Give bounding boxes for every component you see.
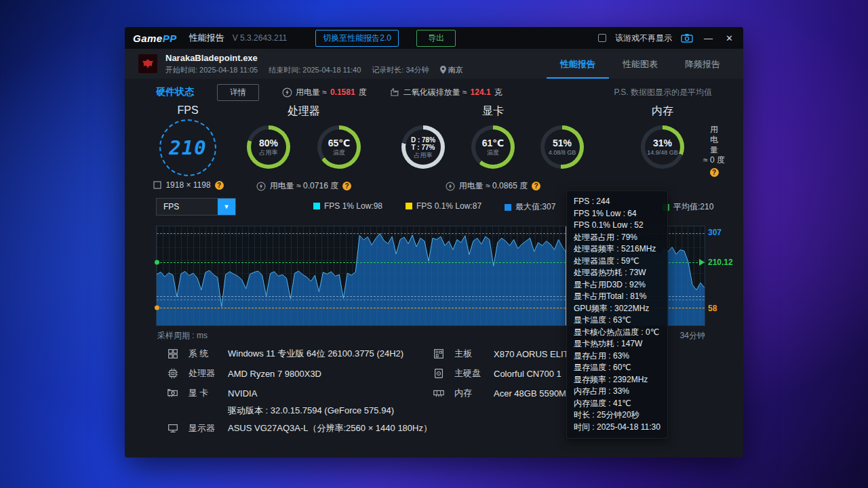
dropdown-caret-icon[interactable]: ▼: [218, 199, 235, 215]
gamepp-window: GamePP 性能报告 V 5.3.2643.211 切换至性能报告2.0 导出…: [125, 27, 743, 458]
tooltip-line: 显卡热功耗 : 147W: [574, 338, 660, 350]
chart-axis-labels: 307210.1258: [708, 226, 742, 326]
motherboard-icon: [431, 348, 446, 360]
y-axis-label: 210.12: [708, 258, 733, 267]
report-tabs: 性能报告 性能图表 降频报告: [547, 50, 734, 79]
os-icon: [165, 348, 180, 360]
gamepp-logo: GamePP: [133, 33, 177, 44]
hardware-status-row: 硬件状态 详情 用电量 ≈ 0.1581 度 二氧化碳排放量 ≈ 124.1 克…: [125, 83, 743, 102]
power-usage-icon: [282, 87, 292, 98]
power-usage-unit: 度: [359, 87, 367, 98]
switch-report-button[interactable]: 切换至性能报告2.0: [315, 30, 399, 47]
disk-row: 主硬盘 Colorful CN700 1: [431, 367, 561, 380]
screenshot-camera-icon[interactable]: [681, 33, 693, 43]
legend-item[interactable]: 最大值:307: [505, 201, 555, 213]
tab-performance-report[interactable]: 性能报告: [547, 50, 609, 79]
sampling-period-label: 采样周期 : ms: [157, 330, 208, 342]
tooltip-line: 显存频率 : 2392MHz: [574, 374, 660, 386]
start-time: 开始时间: 2025-04-18 11:05: [165, 65, 258, 75]
desktop: GamePP 性能报告 V 5.3.2643.211 切换至性能报告2.0 导出…: [0, 0, 868, 488]
legend-label: FPS 0.1% Low:87: [416, 201, 481, 211]
average-data-note: P.S. 数据图显示的是平均值: [614, 87, 712, 98]
tab-throttle-report[interactable]: 降频报告: [671, 50, 734, 79]
legend-label: 最大值:307: [515, 201, 555, 213]
titlebar: GamePP 性能报告 V 5.3.2643.211 切换至性能报告2.0 导出…: [125, 27, 743, 49]
cpu-icon: [165, 367, 180, 380]
resolution-help-icon[interactable]: ?: [215, 181, 224, 190]
tooltip-line: 处理器热功耗 : 73W: [574, 267, 660, 279]
gpu-vram-gauge: 51%4.08/8 GB: [540, 125, 584, 169]
close-button[interactable]: ✕: [724, 33, 735, 43]
cpu-row: 处理器 AMD Ryzen 7 9800X3D: [165, 367, 321, 380]
ram-row: 内存 Acer 48GB 5590M: [431, 386, 566, 400]
tooltip-line: FPS 1% Low : 64: [574, 208, 660, 220]
tooltip-line: 显卡占用D3D : 92%: [574, 279, 660, 291]
chart-tooltip: FPS : 244FPS 1% Low : 64FPS 0.1% Low : 5…: [566, 190, 668, 439]
tooltip-line: 处理器频率 : 5216MHz: [574, 243, 660, 256]
tooltip-line: FPS 0.1% Low : 52: [574, 220, 660, 232]
game-exe-name: NarakaBladepoint.exe: [165, 53, 463, 63]
cpu-temp-gauge: 65℃温度: [317, 125, 361, 169]
motherboard-row: 主板 X870 AORUS ELIT: [431, 347, 569, 361]
legend-item[interactable]: 平均值:210: [663, 201, 713, 213]
gpu-power-row: 用电量 ≈ 0.0865 度 ?: [421, 180, 565, 192]
tooltip-line: 内存占用 : 33%: [574, 386, 660, 398]
mem-section-title: 内存: [652, 104, 673, 119]
gpu-power-help-icon[interactable]: ?: [532, 182, 540, 190]
tooltip-line: 显存温度 : 60℃: [574, 362, 660, 374]
cpu-power-help-icon[interactable]: ?: [342, 182, 351, 190]
gauges-section: FPS 处理器 显卡 内存 210 80%占用率 65℃温度 D : 78%T …: [125, 103, 743, 199]
legend-label: FPS 1% Low:98: [324, 201, 382, 211]
chart-duration-label: 34分钟: [674, 330, 705, 342]
gpu-row: 显 卡 NVIDIA: [165, 386, 257, 400]
tooltip-line: GPU频率 : 3022MHz: [574, 303, 660, 315]
os-row: 系 统 Windows 11 专业版 64位 26100.3775 (24H2): [165, 347, 403, 361]
chart-marker-dot: [155, 306, 159, 310]
disk-icon: [431, 367, 446, 380]
fps-resolution: 1918 × 1198: [165, 180, 210, 190]
version-label: V 5.3.2643.211: [233, 33, 288, 43]
gpu-temp-gauge: 61℃温度: [471, 125, 515, 169]
cpu-section-title: 处理器: [288, 104, 320, 119]
tooltip-line: 处理器温度 : 59℃: [574, 256, 660, 268]
co2-emission-icon: [390, 87, 400, 97]
tooltip-line: 显卡占用Total : 81%: [574, 291, 660, 303]
details-button[interactable]: 详情: [217, 84, 259, 101]
window-title: 性能报告: [189, 32, 224, 44]
legend-swatch: [505, 204, 511, 211]
cpu-power-icon: [256, 182, 266, 191]
record-duration: 记录时长: 34分钟: [372, 65, 429, 75]
monitor-icon: [165, 422, 180, 434]
legend-label: 平均值:210: [673, 201, 713, 213]
co2-emission-value: 124.1: [471, 87, 491, 97]
tooltip-line: 内存温度 : 41℃: [574, 398, 660, 410]
tab-performance-chart[interactable]: 性能图表: [609, 50, 671, 79]
cpu-power-label: 用电量 ≈ 0.0716 度: [270, 180, 338, 192]
mem-power-column: 用 电 量 ≈ 0 度 ?: [701, 125, 727, 178]
co2-emission-unit: 克: [494, 87, 502, 98]
tooltip-line: FPS : 244: [574, 196, 660, 208]
end-time: 结束时间: 2025-04-18 11:40: [269, 65, 361, 75]
mem-power-help-icon[interactable]: ?: [710, 168, 719, 177]
gpu-icon: [165, 387, 180, 399]
co2-emission-prefix: 二氧化碳排放量 ≈: [403, 87, 467, 98]
cpu-usage-gauge: 80%占用率: [247, 125, 290, 169]
metric-dropdown[interactable]: FPS ▼: [156, 198, 236, 216]
power-usage-prefix: 用电量 ≈: [296, 87, 327, 98]
resolution-icon: [153, 181, 161, 189]
dont-show-label: 该游戏不再显示: [615, 33, 672, 44]
metric-dropdown-value: FPS: [157, 202, 218, 211]
gpu-power-icon: [446, 182, 455, 191]
minimize-button[interactable]: —: [702, 33, 715, 43]
tooltip-line: 显卡核心热点温度 : 0℃: [574, 327, 660, 339]
gpu-driver-row: 驱动版本 : 32.0.15.7594 (GeForce 575.94): [165, 404, 394, 418]
export-button[interactable]: 导出: [416, 30, 456, 47]
gpu-usage-gauge: D : 78%T : 77%占用率: [401, 125, 445, 169]
dont-show-checkbox[interactable]: [598, 34, 606, 42]
chart-marker-dot: [155, 260, 159, 265]
legend-item[interactable]: FPS 0.1% Low:87: [406, 201, 481, 211]
gpu-power-label: 用电量 ≈ 0.0865 度: [459, 180, 528, 192]
mem-usage-gauge: 31%14.9/48 GB: [641, 125, 684, 169]
legend-item[interactable]: FPS 1% Low:98: [313, 201, 382, 211]
power-usage-value: 0.1581: [330, 87, 355, 97]
